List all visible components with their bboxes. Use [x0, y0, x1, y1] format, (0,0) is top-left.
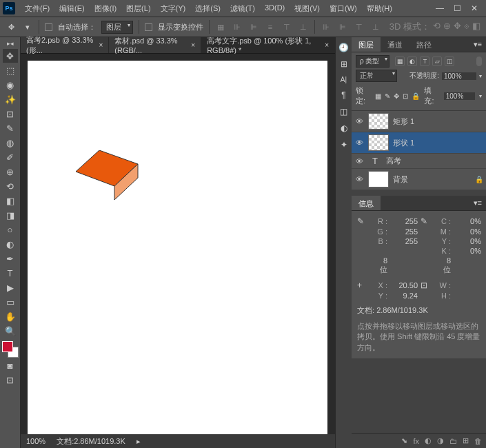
- align-icon[interactable]: ⊥: [298, 21, 309, 32]
- history-panel-icon[interactable]: 🕘: [338, 43, 349, 52]
- close-icon[interactable]: ×: [191, 41, 195, 49]
- adjustments-panel-icon[interactable]: ◐: [341, 123, 347, 133]
- crop-tool[interactable]: ⊡: [3, 107, 18, 121]
- chevron-down-icon[interactable]: ▾: [479, 73, 482, 79]
- link-layers-icon[interactable]: ⬊: [401, 436, 407, 445]
- screen-mode-tool[interactable]: ⊡: [3, 373, 18, 387]
- layer-thumbnail[interactable]: [368, 113, 389, 130]
- delete-icon[interactable]: 🗑: [474, 437, 482, 445]
- distribute-icon[interactable]: ⊤: [354, 21, 365, 32]
- auto-select-dropdown[interactable]: 图层: [101, 21, 133, 34]
- move-tool[interactable]: ✥: [3, 49, 18, 63]
- quickmask-tool[interactable]: ◙: [3, 358, 18, 372]
- document-tab[interactable]: 高考2.psb @ 33.3% (形... ×: [21, 37, 109, 53]
- lock-artboard-icon[interactable]: ⊡: [403, 92, 408, 100]
- lock-paint-icon[interactable]: ✎: [385, 92, 390, 100]
- menu-filter[interactable]: 滤镜(T): [226, 1, 259, 16]
- menu-image[interactable]: 图像(I): [90, 1, 121, 16]
- distribute-icon[interactable]: ⊫: [337, 21, 348, 32]
- styles-panel-icon[interactable]: ✦: [341, 140, 347, 150]
- 3d-icon[interactable]: ✥: [454, 21, 461, 33]
- eyedropper-tool[interactable]: ✎: [3, 121, 18, 135]
- lasso-tool[interactable]: ◉: [3, 78, 18, 92]
- adjustment-icon[interactable]: ◑: [437, 436, 444, 445]
- hand-tool[interactable]: ✋: [3, 309, 18, 323]
- panel-menu-icon[interactable]: ▾≡: [469, 196, 486, 210]
- filter-adjust-icon[interactable]: ◐: [407, 57, 417, 66]
- lock-position-icon[interactable]: ✥: [394, 92, 399, 100]
- visibility-icon[interactable]: 👁: [354, 175, 364, 183]
- lock-transparency-icon[interactable]: ▦: [375, 92, 381, 100]
- menu-select[interactable]: 选择(S): [191, 1, 225, 16]
- filter-smart-icon[interactable]: ◫: [445, 57, 454, 66]
- dodge-tool[interactable]: ◐: [3, 237, 18, 251]
- type-tool[interactable]: T: [3, 266, 18, 280]
- doc-size[interactable]: 文档:2.86M/1019.3K: [57, 436, 125, 447]
- layer-row[interactable]: 👁 矩形 1: [352, 111, 486, 132]
- menu-window[interactable]: 窗口(W): [325, 1, 361, 16]
- align-icon[interactable]: ≡: [265, 21, 276, 32]
- align-icon[interactable]: ⊪: [232, 21, 243, 32]
- layer-row[interactable]: 👁 背景 🔒: [352, 169, 486, 190]
- 3d-icon[interactable]: ◧: [472, 21, 480, 33]
- menu-3d[interactable]: 3D(D): [261, 1, 289, 16]
- tab-paths[interactable]: 路径: [409, 37, 438, 52]
- align-icon[interactable]: ⊤: [281, 21, 292, 32]
- orange-shape[interactable]: [76, 150, 141, 205]
- filter-toggle[interactable]: [476, 57, 482, 66]
- new-layer-icon[interactable]: ⊞: [463, 436, 469, 445]
- shape-tool[interactable]: ▭: [3, 295, 18, 309]
- tab-layers[interactable]: 图层: [352, 37, 381, 52]
- chevron-down-icon[interactable]: ▾: [479, 93, 482, 99]
- foreground-color[interactable]: [2, 341, 13, 352]
- properties-panel-icon[interactable]: ⊞: [341, 59, 347, 69]
- layer-row[interactable]: 👁 T 高考: [352, 154, 486, 169]
- layer-thumbnail[interactable]: [368, 171, 389, 187]
- menu-help[interactable]: 帮助(H): [363, 1, 396, 16]
- document-tab[interactable]: 素材.psd @ 33.3%(RGB/... ×: [109, 37, 201, 53]
- layer-thumbnail[interactable]: [368, 134, 389, 151]
- paragraph-panel-icon[interactable]: ¶: [341, 90, 345, 100]
- layer-filter-dropdown[interactable]: ρ 类型: [356, 55, 389, 68]
- align-icon[interactable]: ▦: [215, 21, 226, 32]
- document-tab[interactable]: 高考文字.psb @ 100% (形状 1, RGB/8#) * ×: [201, 37, 335, 53]
- healing-tool[interactable]: ◍: [3, 136, 18, 150]
- eraser-tool[interactable]: ◧: [3, 194, 18, 207]
- history-brush-tool[interactable]: ⟲: [3, 179, 18, 193]
- filter-pixel-icon[interactable]: ▦: [395, 57, 405, 66]
- chevron-down-icon[interactable]: ▾: [22, 21, 33, 32]
- 3d-icon[interactable]: ⟲: [433, 21, 441, 33]
- collapse-icon[interactable]: ▸◂: [7, 40, 14, 47]
- 3d-icon[interactable]: ⟐: [464, 21, 469, 33]
- menu-edit[interactable]: 编辑(E): [55, 1, 89, 16]
- align-icon[interactable]: ⊫: [248, 21, 259, 32]
- layer-name[interactable]: 矩形 1: [393, 116, 414, 127]
- mask-icon[interactable]: ◐: [425, 436, 432, 445]
- tab-channels[interactable]: 通道: [381, 37, 409, 52]
- close-icon[interactable]: ×: [325, 41, 329, 49]
- canvas[interactable]: [28, 61, 327, 434]
- canvas-area[interactable]: [21, 54, 335, 434]
- visibility-icon[interactable]: 👁: [354, 117, 364, 125]
- layer-name[interactable]: 背景: [393, 174, 408, 185]
- character-panel-icon[interactable]: A|: [341, 76, 347, 83]
- visibility-icon[interactable]: 👁: [354, 139, 364, 147]
- menu-file[interactable]: 文件(F): [21, 1, 54, 16]
- auto-select-checkbox[interactable]: [45, 23, 52, 31]
- layer-name[interactable]: 形状 1: [393, 138, 414, 148]
- distribute-icon[interactable]: ⊥: [370, 21, 381, 32]
- lock-all-icon[interactable]: 🔒: [412, 92, 420, 100]
- chevron-right-icon[interactable]: ▸: [136, 437, 141, 446]
- color-swatches[interactable]: [2, 341, 19, 358]
- zoom-tool[interactable]: 🔍: [3, 324, 18, 338]
- pen-tool[interactable]: ✒: [3, 252, 18, 265]
- close-button[interactable]: ✕: [471, 3, 478, 13]
- path-select-tool[interactable]: ▶: [3, 281, 18, 294]
- close-icon[interactable]: ×: [99, 41, 103, 49]
- tab-info[interactable]: 信息: [352, 196, 381, 210]
- menu-type[interactable]: 文字(Y): [156, 1, 190, 16]
- menu-view[interactable]: 视图(V): [290, 1, 324, 16]
- brush-tool[interactable]: ✐: [3, 150, 18, 164]
- fill-input[interactable]: 100%: [444, 92, 475, 100]
- opacity-input[interactable]: 100%: [442, 72, 476, 80]
